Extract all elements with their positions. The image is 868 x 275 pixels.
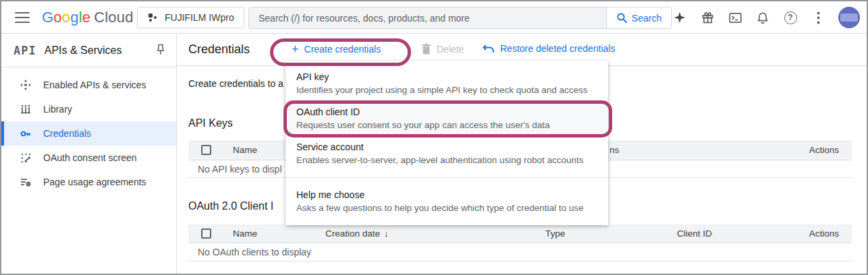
cloud-shell-icon[interactable] (728, 10, 742, 25)
menu-item-service-account[interactable]: Service account Enables server-to-server… (286, 136, 608, 171)
search-button[interactable]: Search (606, 7, 671, 28)
logo-letter: G (42, 9, 53, 26)
page-usage-icon (20, 177, 31, 187)
sidebar-item-label: Credentials (43, 128, 91, 139)
sidebar: API APIs & Services Enabled APIs & servi… (1, 34, 177, 274)
avatar[interactable] (838, 7, 860, 28)
logo-cloud-text: Cloud (94, 9, 133, 26)
pin-icon[interactable] (156, 44, 165, 56)
sort-descending-icon: ↓ (384, 228, 389, 239)
sidebar-item-label: Library (43, 104, 72, 115)
column-header-actions: Actions (809, 228, 839, 239)
menu-item-api-key[interactable]: API key Identifies your project using a … (286, 66, 608, 101)
menu-item-description: Identifies your project using a simple A… (296, 84, 597, 96)
project-name-label: FUJIFILM IWpro (165, 12, 234, 23)
help-icon[interactable]: ? (783, 10, 798, 25)
sidebar-item-enabled-apis[interactable]: Enabled APIs & services (1, 73, 176, 97)
notifications-bell-icon[interactable] (755, 10, 770, 25)
no-oauth-clients-text: No OAuth clients to display (198, 247, 311, 257)
menu-item-description: Requests user consent so your app can ac… (296, 119, 597, 131)
restore-deleted-credentials-button[interactable]: Restore deleted credentials (482, 43, 615, 54)
trash-icon (421, 43, 431, 55)
select-all-checkbox[interactable] (201, 145, 211, 155)
empty-state-row: No OAuth clients to display (188, 243, 852, 262)
key-icon (20, 128, 31, 139)
library-icon (20, 104, 31, 115)
column-header-actions: Actions (809, 145, 839, 155)
api-keys-heading: API Keys (188, 117, 233, 129)
column-header-type: Type (545, 228, 565, 239)
sidebar-header: API APIs & Services (1, 34, 176, 67)
project-icon (147, 12, 158, 23)
sidebar-nav: Enabled APIs & services Library Credenti… (1, 67, 176, 194)
search-bar: Search (248, 7, 672, 29)
menu-item-help-me-choose[interactable]: Help me choose Asks a few questions to h… (286, 184, 608, 219)
logo-letter: g (70, 9, 78, 26)
google-cloud-console-window: GoogleCloud FUJIFILM IWpro Search (0, 0, 868, 275)
google-cloud-logo: GoogleCloud (42, 9, 134, 26)
menu-item-title: OAuth client ID (296, 106, 597, 119)
sidebar-item-oauth-consent[interactable]: OAuth consent screen (1, 146, 176, 170)
oauth-clients-table: Name Creation date↓ Type Client ID Actio… (188, 224, 852, 262)
column-header-restrictions-fragment: ns (609, 145, 619, 155)
gift-icon[interactable] (700, 10, 715, 25)
sidebar-title: APIs & Services (45, 44, 122, 57)
create-credentials-button[interactable]: + Create credentials (292, 43, 381, 55)
oauth-consent-icon (20, 152, 31, 163)
logo-letter: e (82, 9, 90, 26)
menu-divider (286, 177, 608, 178)
menu-item-description: Enables server-to-server, app-level auth… (296, 154, 597, 166)
more-vertical-icon[interactable] (811, 10, 825, 25)
column-header-name: Name (233, 145, 257, 155)
plus-icon: + (292, 43, 299, 55)
sidebar-item-label: Page usage agreements (43, 177, 146, 187)
delete-label: Delete (437, 44, 464, 55)
no-api-keys-text: No API keys to displ (198, 164, 282, 175)
top-bar: GoogleCloud FUJIFILM IWpro Search (1, 1, 867, 34)
menu-item-title: Service account (296, 141, 597, 154)
search-icon (616, 12, 628, 24)
column-header-name: Name (233, 228, 257, 239)
create-credentials-label: Create credentials (304, 44, 381, 55)
sidebar-item-label: OAuth consent screen (43, 152, 137, 163)
search-input[interactable] (249, 7, 606, 28)
sidebar-item-page-usage[interactable]: Page usage agreements (1, 170, 176, 194)
restore-label: Restore deleted credentials (500, 43, 615, 54)
logo-letter: o (53, 9, 61, 26)
intro-text: Create credentials to a (188, 78, 283, 89)
menu-item-title: API key (296, 71, 597, 84)
project-selector-button[interactable]: FUJIFILM IWpro (137, 7, 244, 28)
hamburger-menu-icon[interactable] (15, 12, 30, 23)
delete-button[interactable]: Delete (421, 43, 464, 55)
top-bar-icons: ? (672, 1, 860, 34)
logo-letter: o (62, 9, 70, 26)
sidebar-item-label: Enabled APIs & services (43, 80, 146, 90)
menu-item-title: Help me choose (296, 189, 597, 202)
api-section-logo: API (13, 44, 36, 57)
oauth-table-header: Name Creation date↓ Type Client ID Actio… (188, 224, 852, 243)
sidebar-item-credentials[interactable]: Credentials (1, 121, 176, 146)
search-button-label: Search (632, 13, 661, 24)
oauth-clients-heading: OAuth 2.0 Client I (188, 200, 273, 212)
sidebar-item-library[interactable]: Library (1, 97, 176, 121)
column-header-creation-date[interactable]: Creation date↓ (325, 228, 389, 239)
gemini-spark-icon[interactable] (672, 10, 687, 25)
select-all-checkbox[interactable] (201, 228, 211, 239)
column-header-client-id: Client ID (677, 228, 712, 239)
enabled-apis-icon (20, 80, 31, 90)
page-title: Credentials (188, 42, 250, 57)
restore-undo-icon (482, 44, 495, 54)
create-credentials-dropdown-menu: API key Identifies your project using a … (286, 61, 608, 225)
menu-item-description: Asks a few questions to help you decide … (296, 202, 597, 214)
menu-item-oauth-client-id[interactable]: OAuth client ID Requests user consent so… (286, 101, 608, 136)
